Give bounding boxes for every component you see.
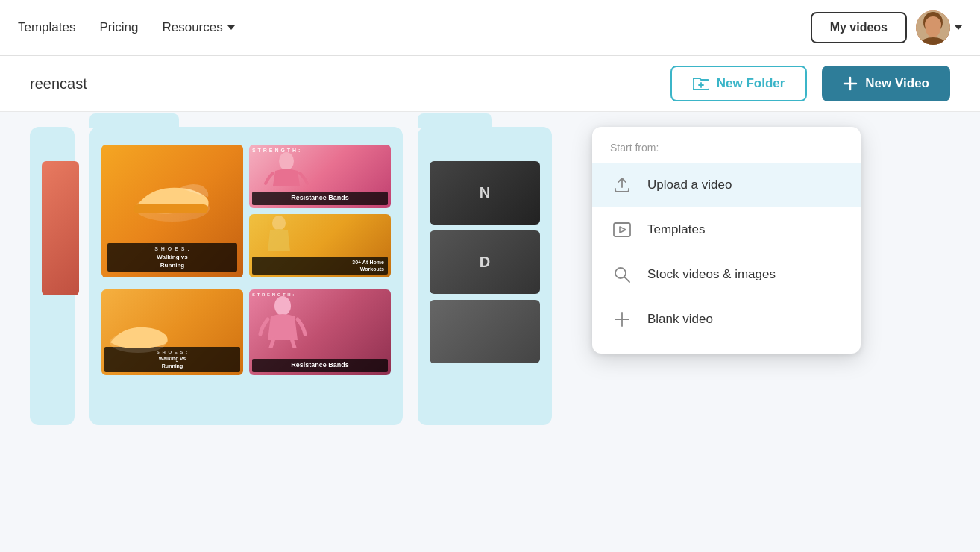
thumbnail-shoe-small[interactable]: S H O E S : Walking vsRunning — [101, 289, 243, 375]
shoe-illustration — [128, 167, 217, 227]
folder-thumbnails: S H O E S : Walking vsRunning S T R E N … — [101, 145, 391, 283]
folder-card-main: S H O E S : Walking vsRunning S T R E N … — [89, 127, 403, 425]
thumb-label-at-home: 30+ At-HomeWorkouts — [252, 257, 388, 275]
nav-templates[interactable]: Templates — [18, 20, 75, 35]
svg-marker-16 — [620, 227, 626, 233]
new-video-button[interactable]: New Video — [822, 66, 950, 101]
new-folder-button[interactable]: New Folder — [670, 66, 808, 101]
nav-right: My videos — [811, 10, 962, 45]
dropdown-item-templates[interactable]: Templates — [592, 207, 861, 252]
dropdown-blank-label: Blank video — [647, 312, 713, 327]
svg-rect-10 — [134, 204, 208, 213]
thumbnail-resistance-bands-1[interactable]: S T R E N G T H : Resistance Bands — [249, 145, 391, 208]
plus-icon — [843, 76, 858, 91]
svg-rect-15 — [614, 223, 630, 236]
nav-resources[interactable]: Resources — [162, 20, 234, 35]
thumb-label-resistance-2: Resistance Bands — [252, 359, 388, 372]
fitness-figure-2 — [249, 214, 309, 259]
new-folder-label: New Folder — [717, 76, 785, 91]
svg-point-14 — [274, 296, 291, 316]
thumbnail-shoe-tall[interactable]: S H O E S : Walking vsRunning — [101, 145, 243, 277]
blank-plus-icon — [610, 307, 634, 331]
nav-resources-label: Resources — [162, 20, 222, 35]
avatar-image — [916, 10, 950, 45]
dropdown-item-upload[interactable]: Upload a video — [592, 163, 861, 207]
new-folder-icon — [693, 76, 709, 91]
avatar-chevron-icon — [955, 25, 962, 30]
thumbnail-resistance-bands-2[interactable]: S T R E N G T H : Resistance Bands — [249, 289, 391, 375]
app-name-label: reencast — [30, 75, 87, 92]
nav-left: Templates Pricing Resources — [18, 20, 235, 35]
folder-card-left — [30, 127, 75, 425]
svg-point-2 — [926, 19, 940, 37]
templates-icon — [610, 218, 634, 242]
svg-point-12 — [272, 216, 286, 230]
fitness-figure-3 — [253, 295, 312, 348]
thumb-label-shoe-tall: S H O E S : Walking vsRunning — [107, 243, 237, 272]
nav-pricing[interactable]: Pricing — [99, 20, 138, 35]
new-video-label: New Video — [865, 76, 929, 91]
folder-card-right: N D — [418, 127, 552, 425]
fitness-figure-1 — [257, 152, 316, 189]
my-videos-button[interactable]: My videos — [811, 12, 907, 43]
thumb-label-shoe-small: S H O E S : Walking vsRunning — [104, 347, 240, 372]
svg-line-18 — [625, 277, 630, 283]
thumb-label-resistance-1: Resistance Bands — [252, 192, 388, 205]
dropdown-stock-label: Stock videos & images — [647, 267, 776, 282]
user-avatar-wrapper[interactable] — [916, 10, 962, 45]
svg-point-11 — [279, 152, 294, 170]
dropdown-item-stock[interactable]: Stock videos & images — [592, 252, 861, 297]
sub-header: reencast New Folder New Video — [0, 56, 980, 112]
dropdown-templates-label: Templates — [647, 222, 705, 237]
svg-point-3 — [924, 13, 942, 25]
main-header: Templates Pricing Resources My videos — [0, 0, 980, 56]
avatar — [916, 10, 950, 45]
dropdown-item-blank[interactable]: Blank video — [592, 297, 861, 342]
new-video-dropdown: Start from: Upload a video Templates — [592, 127, 861, 354]
dropdown-upload-label: Upload a video — [647, 178, 732, 192]
thumbnail-at-home-workouts[interactable]: 30+ At-HomeWorkouts — [249, 214, 391, 277]
chevron-down-icon — [227, 25, 235, 30]
search-stock-icon — [610, 263, 634, 286]
dropdown-title: Start from: — [592, 139, 861, 163]
upload-icon — [610, 173, 634, 197]
